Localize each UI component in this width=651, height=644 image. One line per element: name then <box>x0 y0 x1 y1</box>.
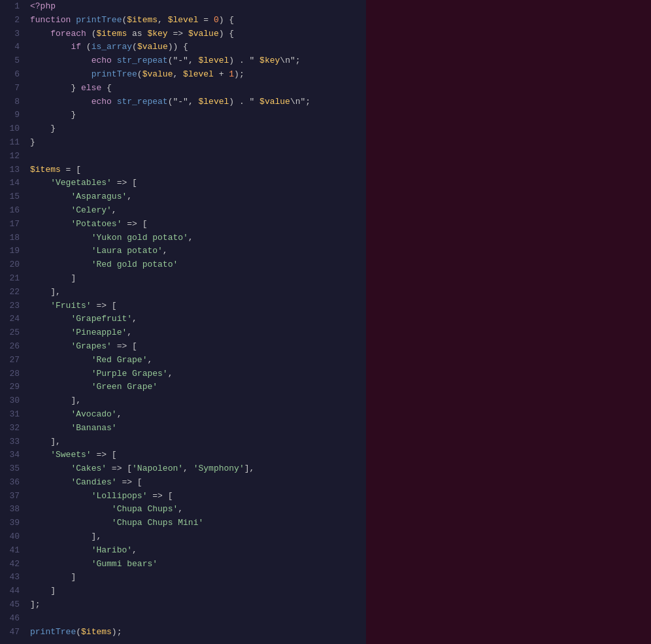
code-line: printTree($value, $level + 1); <box>30 68 361 82</box>
code-line: 'Bananas' <box>30 422 361 435</box>
line-number: 42 <box>0 558 25 571</box>
output-panel <box>366 0 651 644</box>
code-line: foreach ($items as $key => $value) { <box>30 27 361 41</box>
line-number: 43 <box>0 571 25 585</box>
line-number: 19 <box>0 245 25 258</box>
code-line: 'Celery', <box>30 204 361 218</box>
line-number: 2 <box>0 14 25 27</box>
code-line: function printTree($items, $level = 0) { <box>30 14 361 27</box>
code-line: 'Fruits' => [ <box>30 299 361 313</box>
code-line: $items = [ <box>30 163 361 177</box>
line-number: 13 <box>0 163 25 177</box>
code-line: ]; <box>30 598 361 612</box>
code-line: if (is_array($value)) { <box>30 41 361 54</box>
line-number: 45 <box>0 598 25 612</box>
code-line: ], <box>30 530 361 544</box>
code-line <box>30 612 361 626</box>
code-line <box>30 150 361 163</box>
line-number: 1 <box>0 0 25 14</box>
line-number: 47 <box>0 626 25 639</box>
code-line: 'Yukon gold potato', <box>30 231 361 245</box>
line-number: 38 <box>0 503 25 517</box>
line-number: 30 <box>0 394 25 408</box>
line-number: 7 <box>0 82 25 95</box>
line-number: 6 <box>0 68 25 82</box>
line-number: 33 <box>0 435 25 449</box>
code-line: ], <box>30 435 361 449</box>
code-line: 'Chupa Chups Mini' <box>30 517 361 530</box>
code-line: } else { <box>30 82 361 95</box>
code-line: 'Avocado', <box>30 408 361 422</box>
line-number: 15 <box>0 190 25 204</box>
line-number: 39 <box>0 517 25 530</box>
line-number: 20 <box>0 258 25 272</box>
code-line: 'Haribo', <box>30 544 361 558</box>
line-number: 12 <box>0 150 25 163</box>
line-number: 36 <box>0 476 25 490</box>
line-number: 41 <box>0 544 25 558</box>
code-line: ] <box>30 272 361 286</box>
code-line: 'Vegetables' => [ <box>30 177 361 190</box>
line-number: 10 <box>0 122 25 136</box>
code-line: 'Potatoes' => [ <box>30 218 361 231</box>
code-line: 'Gummi bears' <box>30 558 361 571</box>
line-number: 40 <box>0 530 25 544</box>
code-line: ], <box>30 286 361 299</box>
line-number: 46 <box>0 612 25 626</box>
line-number: 24 <box>0 313 25 326</box>
code-line: echo str_repeat("-", $level) . " $key\n"… <box>30 54 361 68</box>
code-line: } <box>30 122 361 136</box>
line-number: 44 <box>0 585 25 598</box>
line-numbers: 1234567891011121314151617181920212223242… <box>0 0 25 644</box>
line-number: 29 <box>0 381 25 394</box>
line-number: 18 <box>0 231 25 245</box>
code-line: 'Candies' => [ <box>30 476 361 490</box>
line-number: 26 <box>0 340 25 354</box>
line-number: 22 <box>0 286 25 299</box>
code-line: 'Laura potato', <box>30 245 361 258</box>
line-number: 5 <box>0 54 25 68</box>
line-number: 35 <box>0 462 25 476</box>
line-number: 21 <box>0 272 25 286</box>
line-number: 25 <box>0 326 25 340</box>
line-number: 27 <box>0 354 25 367</box>
code-line: 'Red gold potato' <box>30 258 361 272</box>
code-line: ], <box>30 394 361 408</box>
line-number: 34 <box>0 449 25 462</box>
line-number: 23 <box>0 299 25 313</box>
code-panel: 1234567891011121314151617181920212223242… <box>0 0 366 644</box>
line-number: 8 <box>0 95 25 109</box>
code-content: <?phpfunction printTree($items, $level =… <box>25 0 366 644</box>
code-line: } <box>30 109 361 122</box>
code-line: printTree($items); <box>30 626 361 639</box>
code-line: 'Sweets' => [ <box>30 449 361 462</box>
code-line: 'Purple Grapes', <box>30 367 361 381</box>
code-line: <?php <box>30 0 361 14</box>
code-line: echo str_repeat("-", $level) . " $value\… <box>30 95 361 109</box>
code-line: 'Grapefruit', <box>30 313 361 326</box>
code-line: } <box>30 136 361 150</box>
code-line: 'Red Grape', <box>30 354 361 367</box>
code-line: 'Chupa Chups', <box>30 503 361 517</box>
code-line: 'Green Grape' <box>30 381 361 394</box>
code-line: 'Asparagus', <box>30 190 361 204</box>
line-number: 16 <box>0 204 25 218</box>
code-line: 'Lollipops' => [ <box>30 490 361 503</box>
line-number: 11 <box>0 136 25 150</box>
line-number: 28 <box>0 367 25 381</box>
code-line: ] <box>30 585 361 598</box>
line-number: 3 <box>0 27 25 41</box>
line-number: 17 <box>0 218 25 231</box>
code-line: ] <box>30 571 361 585</box>
line-number: 37 <box>0 490 25 503</box>
code-line: 'Pineapple', <box>30 326 361 340</box>
line-number: 9 <box>0 109 25 122</box>
line-number: 14 <box>0 177 25 190</box>
code-line: 'Grapes' => [ <box>30 340 361 354</box>
line-number: 31 <box>0 408 25 422</box>
line-number: 32 <box>0 422 25 435</box>
line-number: 4 <box>0 41 25 54</box>
code-line: 'Cakes' => ['Napoleon', 'Symphony'], <box>30 462 361 476</box>
